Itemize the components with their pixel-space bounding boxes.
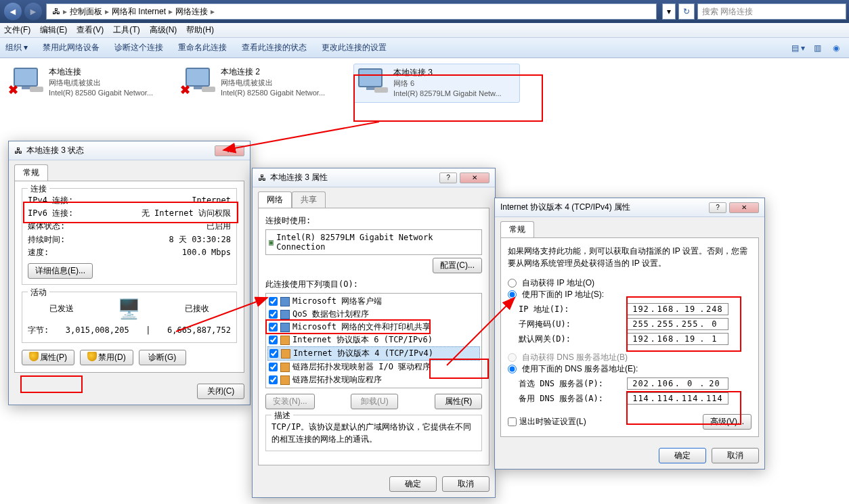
connect-using-label: 连接时使用: — [265, 215, 482, 227]
network-icon — [357, 67, 389, 97]
help-button[interactable]: ? — [439, 173, 457, 183]
menu-tools[interactable]: 工具(T) — [113, 24, 139, 36]
connection-item-selected[interactable]: 本地连接 3 网络 6 Intel(R) 82579LM Gigabit Net… — [353, 64, 520, 103]
network-icon: ✖ — [12, 66, 45, 96]
folder-icon: 🖧 — [52, 7, 60, 16]
menu-bar: 文件(F) 编辑(E) 查看(V) 工具(T) 高级(N) 帮助(H) — [0, 23, 849, 38]
checkbox[interactable] — [269, 297, 278, 306]
checkbox[interactable] — [269, 363, 278, 371]
breadcrumb[interactable]: 🖧 ▸ 控制面板 ▸ 网络和 Internet ▸ 网络连接 ▸ — [46, 3, 657, 20]
network-icon: ✖ — [184, 66, 217, 96]
menu-file[interactable]: 文件(F) — [4, 24, 30, 36]
item-properties-button[interactable]: 属性(R) — [435, 394, 482, 409]
activity-icon: 🖥️ — [117, 298, 141, 320]
forward-button[interactable]: ► — [24, 3, 42, 20]
status-dialog: 🖧 本地连接 3 状态 ✕ 常规 连接 IPv4 连接:Internet IPv… — [8, 141, 251, 405]
configure-button[interactable]: 配置(C)... — [433, 258, 482, 273]
details-button[interactable]: 详细信息(E)... — [28, 263, 93, 279]
checkbox[interactable] — [269, 375, 278, 384]
tab-network[interactable]: 网络 — [258, 191, 292, 208]
cancel-button[interactable]: 取消 — [442, 476, 489, 492]
dialog-title: 本地连接 3 属性 — [270, 172, 439, 183]
ok-button[interactable]: 确定 — [389, 476, 437, 492]
disable-button[interactable]: 禁用(D) — [80, 350, 133, 365]
auto-ip-radio[interactable] — [508, 279, 517, 288]
adapter-icon: ▣ — [269, 237, 274, 247]
organize-menu[interactable]: 组织 ▾ — [5, 42, 28, 53]
properties-button[interactable]: 属性(P) — [22, 350, 74, 365]
content-area: ✖ 本地连接 网络电缆被拔出 Intel(R) 82580 Gigabit Ne… — [0, 58, 849, 108]
help-button[interactable]: ? — [709, 202, 726, 213]
menu-view[interactable]: 查看(V) — [77, 24, 104, 36]
items-label: 此连接使用下列项目(O): — [265, 279, 482, 290]
uninstall-button[interactable]: 卸载(U) — [351, 394, 398, 409]
tab-sharing[interactable]: 共享 — [292, 191, 326, 208]
description-text: TCP/IP。该协议是默认的广域网络协议，它提供在不同的相互连接的网络上的通讯。 — [271, 421, 476, 445]
refresh-button[interactable]: ↻ — [678, 3, 695, 20]
breadcrumb-item[interactable]: 网络连接 — [175, 6, 208, 18]
adapter-name: Intel(R) 82579LM Gigabit Network Connect… — [276, 233, 479, 252]
install-button[interactable]: 安装(N)... — [265, 394, 315, 409]
close-button[interactable]: ✕ — [460, 173, 489, 183]
group-connection: 连接 — [28, 183, 49, 195]
disable-device[interactable]: 禁用此网络设备 — [43, 42, 100, 53]
manual-ip-radio[interactable] — [508, 290, 517, 299]
manual-dns-radio[interactable] — [508, 365, 517, 373]
menu-help[interactable]: 帮助(H) — [186, 24, 214, 36]
view-status[interactable]: 查看此连接的状态 — [242, 42, 307, 53]
ip-address-input[interactable]: 192.168.19.248 — [627, 303, 728, 315]
checkbox[interactable] — [269, 336, 278, 344]
preview-icon[interactable]: ▥ — [810, 42, 825, 54]
breadcrumb-item[interactable]: 网络和 Internet — [112, 6, 166, 18]
close-button[interactable]: 关闭(C) — [197, 384, 244, 399]
list-item-tcpipv4[interactable]: Internet 协议版本 4 (TCP/IPv4) — [267, 346, 480, 361]
connection-item[interactable]: ✖ 本地连接 2 网络电缆被拔出 Intel(R) 82580 Gigabit … — [181, 64, 348, 103]
back-button[interactable]: ◄ — [4, 3, 22, 20]
help-icon[interactable]: ◉ — [829, 42, 844, 54]
tab-general[interactable]: 常规 — [500, 221, 534, 237]
change-settings[interactable]: 更改此连接的设置 — [322, 42, 387, 53]
checkbox[interactable] — [269, 323, 278, 331]
connection-item[interactable]: ✖ 本地连接 网络电缆被拔出 Intel(R) 82580 Gigabit Ne… — [9, 64, 176, 103]
dns1-input[interactable]: 202.106.0.20 — [627, 377, 728, 390]
tab-general[interactable]: 常规 — [14, 164, 48, 181]
network-icon: 🖧 — [14, 146, 22, 156]
breadcrumb-item[interactable]: 控制面板 — [70, 6, 102, 18]
checkbox[interactable] — [269, 349, 278, 358]
menu-edit[interactable]: 编辑(E) — [40, 24, 67, 36]
validate-checkbox[interactable] — [508, 417, 517, 426]
intro-text: 如果网络支持此功能，则可以获取自动指派的 IP 设置。否则，您需要从网络系统管理… — [508, 245, 752, 269]
auto-dns-radio — [508, 353, 517, 362]
shield-icon — [87, 352, 97, 361]
diagnose-button[interactable]: 诊断(G) — [139, 350, 186, 365]
shield-icon — [29, 352, 39, 361]
dialog-title: 本地连接 3 状态 — [26, 145, 215, 156]
description-label: 描述 — [271, 410, 293, 421]
close-button[interactable]: ✕ — [215, 145, 244, 156]
toolbar: 组织 ▾ 禁用此网络设备 诊断这个连接 重命名此连接 查看此连接的状态 更改此连… — [0, 38, 849, 58]
checkbox[interactable] — [269, 310, 278, 319]
advanced-button[interactable]: 高级(V)... — [703, 414, 752, 430]
menu-advanced[interactable]: 高级(N) — [150, 24, 177, 36]
ok-button[interactable]: 确定 — [659, 448, 706, 463]
ipv4-dialog: Internet 协议版本 4 (TCP/IPv4) 属性 ? ✕ 常规 如果网… — [494, 198, 765, 469]
search-input[interactable]: 搜索 网络连接 — [697, 3, 846, 20]
address-bar: ◄ ► 🖧 ▸ 控制面板 ▸ 网络和 Internet ▸ 网络连接 ▸ ▾ ↻… — [0, 0, 849, 23]
network-icon: 🖧 — [258, 173, 266, 183]
dns2-input[interactable]: 114.114.114.114 — [627, 392, 728, 405]
dropdown-arrow[interactable]: ▾ — [662, 3, 676, 20]
properties-dialog: 🖧 本地连接 3 属性 ? ✕ 网络 共享 连接时使用: ▣ Intel(R) … — [252, 168, 496, 498]
cancel-button[interactable]: 取消 — [712, 448, 759, 463]
dialog-title: Internet 协议版本 4 (TCP/IPv4) 属性 — [500, 202, 709, 213]
view-icon[interactable]: ▤ ▾ — [791, 42, 806, 54]
gateway-input[interactable]: 192.168.19.1 — [627, 333, 728, 345]
rename-connection[interactable]: 重命名此连接 — [178, 42, 227, 53]
close-button[interactable]: ✕ — [729, 202, 759, 213]
diagnose-connection[interactable]: 诊断这个连接 — [114, 42, 163, 53]
components-list[interactable]: Microsoft 网络客户端 QoS 数据包计划程序 Microsoft 网络… — [265, 293, 482, 388]
group-activity: 活动 — [28, 287, 49, 298]
subnet-mask-input[interactable]: 255.255.255.0 — [627, 318, 728, 330]
